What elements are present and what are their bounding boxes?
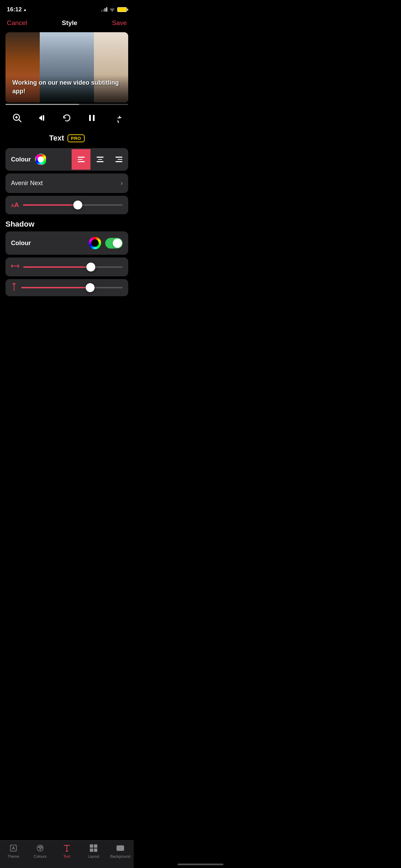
nav-bar: Cancel Style Save xyxy=(0,16,134,32)
size-label: AA xyxy=(11,201,19,209)
pause-button[interactable] xyxy=(84,110,99,125)
controls-container: Colour xyxy=(0,148,134,214)
replay-button[interactable] xyxy=(59,110,74,125)
font-row[interactable]: Avenir Next › xyxy=(5,173,128,193)
pro-badge[interactable]: PRO xyxy=(68,134,85,142)
colour-row: Colour xyxy=(5,148,128,171)
size-slider-row: AA xyxy=(5,196,128,214)
shadow-colour-controls xyxy=(89,237,123,249)
wifi-icon xyxy=(109,7,115,12)
align-center-button[interactable] xyxy=(90,149,109,170)
chevron-right-icon: › xyxy=(121,180,123,187)
battery-icon: ⚡ xyxy=(117,7,127,12)
colour-wheel[interactable] xyxy=(35,154,47,165)
shadow-colour-label: Colour xyxy=(11,240,31,247)
save-button[interactable]: Save xyxy=(112,19,127,27)
colour-label-section: Colour xyxy=(5,148,72,171)
svg-rect-7 xyxy=(93,115,95,121)
status-time: 16:12 xyxy=(7,6,22,13)
text-section-header: Text PRO xyxy=(0,131,134,148)
status-icons: ⚡ xyxy=(101,7,127,12)
location-icon: ▲ xyxy=(23,8,27,12)
signal-icon xyxy=(101,8,107,12)
shadow-section-label: Shadow xyxy=(0,214,134,231)
zoom-button[interactable] xyxy=(10,110,25,125)
video-subtitle: Working on our new video subtitling app! xyxy=(12,79,121,96)
h-slider-row xyxy=(5,257,128,276)
status-bar: 16:12 ▲ ⚡ xyxy=(0,0,134,16)
svg-rect-6 xyxy=(89,115,91,121)
align-right-button[interactable] xyxy=(109,149,128,170)
nav-title: Style xyxy=(62,19,77,27)
size-slider-track[interactable] xyxy=(23,204,123,206)
svg-rect-5 xyxy=(43,115,44,121)
h-slider-track[interactable] xyxy=(23,266,123,268)
cancel-button[interactable]: Cancel xyxy=(7,19,27,27)
video-preview: Working on our new video subtitling app! xyxy=(5,32,128,103)
colour-label: Colour xyxy=(11,156,31,163)
skip-back-button[interactable] xyxy=(35,110,50,125)
v-slider-row xyxy=(5,279,128,296)
shadow-toggle[interactable] xyxy=(105,238,123,249)
shadow-colour-row: Colour xyxy=(5,231,128,255)
svg-marker-4 xyxy=(39,115,42,121)
shadow-colour-wheel[interactable] xyxy=(89,237,101,249)
playback-controls xyxy=(0,105,134,131)
v-spread-icon xyxy=(11,283,17,293)
align-buttons xyxy=(72,149,128,170)
font-name: Avenir Next xyxy=(11,180,43,187)
loop-button[interactable] xyxy=(109,110,124,125)
svg-line-1 xyxy=(19,120,21,122)
v-slider-track[interactable] xyxy=(21,287,123,288)
h-spread-icon xyxy=(11,263,19,271)
shadow-controls-container: Colour xyxy=(0,231,134,296)
text-section-title: Text xyxy=(49,134,64,143)
align-left-button[interactable] xyxy=(72,149,90,170)
